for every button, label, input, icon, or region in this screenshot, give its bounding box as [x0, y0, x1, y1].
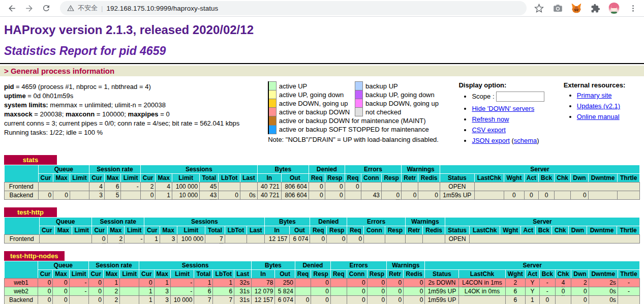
column-header: Resp — [325, 174, 345, 183]
process-info-segment: maxconn — [66, 110, 95, 118]
legend-label: active or backup DOWN for maintenance (M… — [276, 116, 444, 126]
column-header: In — [251, 270, 274, 279]
table-cell: 0 — [139, 279, 154, 287]
screenshot-camera-icon[interactable] — [551, 2, 564, 14]
table-cell — [459, 296, 505, 304]
browser-menu-icon[interactable] — [627, 2, 639, 14]
extensions-puzzle-icon[interactable] — [589, 2, 601, 14]
process-info-segment: uptime — [4, 92, 26, 100]
table-cell: 0 — [53, 279, 69, 287]
table-cell: 0 — [53, 191, 70, 200]
display-option-link[interactable]: Refresh now — [472, 115, 509, 123]
process-info-segment: = 0 — [159, 110, 170, 118]
column-header: Cur — [140, 174, 156, 183]
table-cell — [39, 235, 91, 244]
column-header: Req — [331, 270, 347, 279]
legend-row: active UPbackup UP — [268, 82, 444, 90]
url-separator: | — [101, 5, 103, 12]
display-options-title: Display option: — [458, 81, 506, 89]
external-resource-link[interactable]: Primary site — [577, 92, 612, 99]
legend: active UPbackup UPactive UP, going downb… — [268, 80, 458, 143]
column-header: LastChk — [470, 226, 500, 235]
scope-input[interactable] — [496, 92, 544, 102]
column-header: Max — [53, 174, 70, 183]
table-cell — [120, 279, 139, 287]
table-cell: 12 079 — [251, 287, 274, 296]
display-option-link[interactable]: schema — [514, 137, 537, 144]
haproxy-stats-page: HAProxy version 2.1.3, released 2020/02/… — [0, 23, 644, 304]
row-label: web1 — [5, 279, 38, 287]
not-secure-warning-icon[interactable] — [67, 5, 74, 12]
table-cell: - — [618, 287, 639, 296]
back-button[interactable] — [4, 1, 19, 15]
table-cell: 0 — [347, 296, 367, 304]
legend-swatch — [268, 90, 276, 99]
display-option-text: ) — [537, 137, 539, 144]
proxy-section-test-http-nodes: test-http-nodesQueueSession rateSessions… — [4, 251, 640, 304]
tooltip-value: 0 — [382, 279, 385, 287]
column-group-header: Queue — [38, 261, 88, 270]
table-cell: 1 — [525, 296, 539, 304]
column-header: Resp — [385, 226, 405, 235]
column-header: Retr — [402, 174, 418, 183]
proxy-name-link[interactable]: test-http — [4, 207, 57, 217]
column-header: Req — [309, 174, 325, 183]
column-group-header: Denied — [310, 218, 347, 226]
legend-swatch — [268, 116, 276, 126]
row-label: web2 — [5, 287, 38, 296]
column-header: Limit — [72, 226, 91, 235]
column-header-row: CurMaxLimitCurMaxLimitCurMaxLimitTotalLb… — [5, 226, 640, 235]
table-cell: 4 — [555, 279, 571, 287]
process-info-segment: maxpipes — [128, 110, 159, 118]
metamask-fox-icon[interactable] — [570, 2, 582, 14]
table-cell: 0 — [311, 279, 331, 287]
external-resource-link[interactable]: Updates (v2.1) — [577, 102, 620, 110]
table-cell: 40 721 — [257, 183, 281, 191]
process-info-line: Running tasks: 1/22; idle = 100 % — [4, 128, 268, 137]
legend-swatch — [355, 99, 363, 108]
table-cell: 1 — [154, 279, 170, 287]
legend-table-body: active UPbackup UPactive UP, going downb… — [268, 82, 444, 134]
tooltip-value: 6 — [208, 288, 211, 296]
display-option-link[interactable]: Hide 'DOWN' servers — [472, 105, 534, 112]
haproxy-version-link[interactable]: HAProxy version 2.1.3, released 2020/02/… — [4, 23, 254, 37]
forward-icon — [24, 4, 34, 13]
table-cell: 0 — [539, 191, 555, 200]
table-cell — [219, 183, 240, 191]
column-group-header: Warnings — [402, 165, 440, 174]
display-options: Display option: Scope : Hide 'DOWN' serv… — [458, 80, 563, 147]
legend-row: active or backup DOWNnot checked — [268, 108, 444, 116]
legend-row: active UP, going downbackup UP, going do… — [268, 90, 444, 99]
table-cell: 0 — [571, 287, 589, 296]
column-header: Redis — [418, 174, 440, 183]
table-cell: 0 — [140, 191, 156, 200]
table-cell: 0 — [38, 287, 52, 296]
external-resource-link[interactable]: Online manual — [577, 113, 620, 120]
column-header: Total — [200, 174, 219, 183]
tooltip-value: 1 — [149, 288, 152, 296]
display-option-link[interactable]: JSON export — [472, 137, 509, 144]
reload-button[interactable] — [39, 1, 54, 15]
table-cell: 43 — [200, 191, 219, 200]
column-header: Req — [295, 270, 311, 279]
stats-table-body: Frontend02-13100 000712 1576 074000OPEN — [5, 235, 640, 244]
display-option-link[interactable]: CSV export — [472, 126, 505, 134]
column-group-header: Server — [425, 261, 640, 270]
column-header: LastChk — [474, 174, 504, 183]
table-cell: 3 — [154, 296, 170, 304]
profile-avatar[interactable] — [608, 2, 620, 14]
table-cell: 4 — [156, 183, 172, 191]
forward-button[interactable] — [21, 1, 37, 15]
column-header: Cur — [139, 270, 154, 279]
display-option-text: ( — [510, 137, 514, 144]
proxy-name-link[interactable]: stats — [4, 155, 57, 165]
table-cell: - — [539, 287, 555, 296]
url-bar[interactable]: 不安全 | 192.168.175.10:9999/haproxy-status — [60, 1, 527, 15]
tooltip-value: 6 — [116, 183, 119, 191]
bookmark-star-icon[interactable] — [533, 2, 545, 14]
column-header: Limit — [69, 270, 88, 279]
table-cell — [382, 183, 402, 191]
table-cell: 0 — [311, 296, 331, 304]
proxy-name-link[interactable]: test-http-nodes — [4, 251, 65, 261]
legend-label: not checked — [363, 108, 444, 116]
